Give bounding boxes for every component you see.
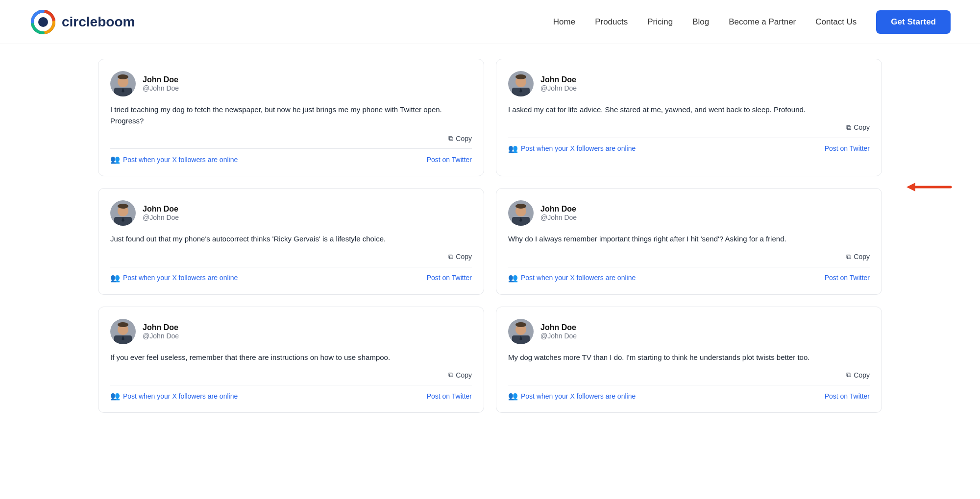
logo-icon xyxy=(29,8,57,36)
copy-label: Copy xyxy=(854,123,870,131)
avatar xyxy=(110,71,136,96)
card-header: John Doe @John Doe xyxy=(110,200,472,226)
avatar xyxy=(508,200,534,226)
post-on-twitter-button[interactable]: Post on Twitter xyxy=(427,274,472,282)
user-handle: @John Doe xyxy=(143,84,179,92)
copy-icon: ⧉ xyxy=(846,123,851,132)
card-header: John Doe @John Doe xyxy=(110,319,472,344)
nav-item-products[interactable]: Products xyxy=(595,17,628,27)
nav-item-partner[interactable]: Become a Partner xyxy=(729,17,796,27)
avatar-image xyxy=(508,319,534,344)
copy-icon: ⧉ xyxy=(846,253,851,261)
post-when-label: Post when your X followers are online xyxy=(123,392,238,400)
svg-point-16 xyxy=(118,204,128,209)
nav-link-products[interactable]: Products xyxy=(595,17,628,26)
logo[interactable]: circleboom xyxy=(29,8,135,36)
card-footer: 👥 Post when your X followers are online … xyxy=(508,385,870,401)
tweet-card-6: John Doe @John Doe My dog watches more T… xyxy=(496,307,882,413)
avatar xyxy=(110,200,136,226)
post-when-link[interactable]: 👥 Post when your X followers are online xyxy=(110,273,238,283)
copy-icon: ⧉ xyxy=(448,134,453,143)
card-header: John Doe @John Doe xyxy=(508,319,870,344)
user-name: John Doe xyxy=(540,75,577,84)
avatar xyxy=(508,71,534,96)
nav-item-home[interactable]: Home xyxy=(553,17,575,27)
copy-row: ⧉ Copy xyxy=(508,123,870,132)
people-icon: 👥 xyxy=(508,273,518,283)
people-icon: 👥 xyxy=(508,144,518,153)
svg-point-21 xyxy=(515,204,526,209)
copy-button[interactable]: ⧉ Copy xyxy=(448,253,472,261)
post-on-twitter-button[interactable]: Post on Twitter xyxy=(427,156,472,164)
tweet-card-5: John Doe @John Doe If you ever feel usel… xyxy=(98,307,484,413)
post-when-label: Post when your X followers are online xyxy=(521,392,636,400)
svg-point-31 xyxy=(515,322,526,327)
post-when-label: Post when your X followers are online xyxy=(521,274,636,282)
people-icon: 👥 xyxy=(110,391,120,401)
avatar-image xyxy=(110,319,136,344)
post-when-link[interactable]: 👥 Post when your X followers are online xyxy=(508,273,636,283)
user-name: John Doe xyxy=(540,323,577,332)
copy-label: Copy xyxy=(456,371,472,379)
copy-icon: ⧉ xyxy=(448,371,453,379)
post-when-link[interactable]: 👥 Post when your X followers are online xyxy=(508,391,636,401)
people-icon: 👥 xyxy=(508,391,518,401)
post-when-label: Post when your X followers are online xyxy=(123,274,238,282)
card-footer: 👥 Post when your X followers are online … xyxy=(110,267,472,283)
user-handle: @John Doe xyxy=(540,214,577,221)
post-when-label: Post when your X followers are online xyxy=(521,144,636,152)
tweet-text: Why do I always remember important thing… xyxy=(508,234,870,245)
nav-link-partner[interactable]: Become a Partner xyxy=(729,17,796,26)
logo-text: circleboom xyxy=(62,14,135,30)
post-on-twitter-button[interactable]: Post on Twitter xyxy=(427,392,472,400)
nav-item-pricing[interactable]: Pricing xyxy=(647,17,673,27)
copy-button[interactable]: ⧉ Copy xyxy=(846,123,870,132)
user-info: John Doe @John Doe xyxy=(540,75,577,92)
tweet-card-4: John Doe @John Doe Why do I always remem… xyxy=(496,188,882,295)
copy-row: ⧉ Copy xyxy=(110,371,472,379)
user-info: John Doe @John Doe xyxy=(143,323,179,340)
copy-button[interactable]: ⧉ Copy xyxy=(448,134,472,143)
copy-row: ⧉ Copy xyxy=(508,371,870,379)
post-on-twitter-button[interactable]: Post on Twitter xyxy=(825,274,870,282)
red-arrow-indicator xyxy=(906,179,956,195)
post-when-link[interactable]: 👥 Post when your X followers are online xyxy=(508,144,636,153)
copy-button[interactable]: ⧉ Copy xyxy=(846,371,870,379)
cards-grid: John Doe @John Doe I tried teaching my d… xyxy=(98,59,882,413)
nav-item-contact[interactable]: Contact Us xyxy=(815,17,857,27)
nav-link-home[interactable]: Home xyxy=(553,17,575,26)
copy-button[interactable]: ⧉ Copy xyxy=(448,371,472,379)
tweet-card-1: John Doe @John Doe I tried teaching my d… xyxy=(98,59,484,176)
post-when-link[interactable]: 👥 Post when your X followers are online xyxy=(110,391,238,401)
card-footer: 👥 Post when your X followers are online … xyxy=(110,148,472,164)
copy-label: Copy xyxy=(456,135,472,143)
copy-label: Copy xyxy=(854,253,870,261)
nav-item-blog[interactable]: Blog xyxy=(692,17,709,27)
get-started-button[interactable]: Get Started xyxy=(876,10,951,34)
red-arrow-svg xyxy=(906,179,956,195)
copy-button[interactable]: ⧉ Copy xyxy=(846,253,870,261)
post-on-twitter-button[interactable]: Post on Twitter xyxy=(825,144,870,152)
svg-point-1 xyxy=(38,17,48,27)
user-name: John Doe xyxy=(540,205,577,214)
nav-link-contact[interactable]: Contact Us xyxy=(815,17,857,26)
user-handle: @John Doe xyxy=(540,332,577,340)
tweet-card-3: John Doe @John Doe Just found out that m… xyxy=(98,188,484,295)
card-footer: 👥 Post when your X followers are online … xyxy=(508,138,870,153)
people-icon: 👥 xyxy=(110,273,120,283)
avatar-image xyxy=(110,200,136,226)
copy-icon: ⧉ xyxy=(846,371,851,379)
copy-row: ⧉ Copy xyxy=(110,134,472,143)
user-info: John Doe @John Doe xyxy=(540,323,577,340)
tweet-text: I tried teaching my dog to fetch the new… xyxy=(110,104,472,126)
avatar-image xyxy=(110,71,136,96)
post-when-link[interactable]: 👥 Post when your X followers are online xyxy=(110,155,238,164)
nav-link-pricing[interactable]: Pricing xyxy=(647,17,673,26)
copy-icon: ⧉ xyxy=(448,253,453,261)
copy-label: Copy xyxy=(854,371,870,379)
user-handle: @John Doe xyxy=(143,214,179,221)
main-content: John Doe @John Doe I tried teaching my d… xyxy=(0,44,980,442)
post-on-twitter-button[interactable]: Post on Twitter xyxy=(825,392,870,400)
nav-link-blog[interactable]: Blog xyxy=(692,17,709,26)
tweet-text: Just found out that my phone's autocorre… xyxy=(110,234,472,245)
